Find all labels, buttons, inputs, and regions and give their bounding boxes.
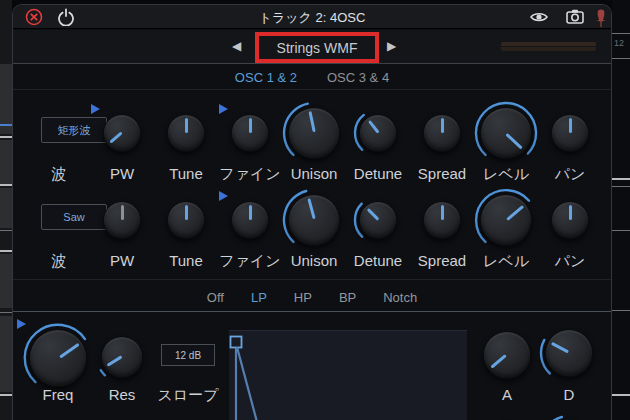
knob-pw[interactable] bbox=[95, 193, 149, 247]
window-title: トラック 2: 4OSC bbox=[13, 9, 611, 27]
preset-name[interactable]: Strings WMF bbox=[277, 40, 358, 56]
knob-body bbox=[423, 114, 461, 152]
knob-jp[interactable] bbox=[223, 106, 277, 160]
knob-body bbox=[288, 107, 340, 159]
knob-body bbox=[103, 114, 141, 152]
knob-jp[interactable] bbox=[543, 106, 597, 160]
plugin-window: トラック 2: 4OSC bbox=[12, 4, 612, 420]
preset-prev-button[interactable]: ◀ bbox=[232, 39, 241, 53]
knob-jp[interactable] bbox=[472, 186, 540, 254]
background-timeline-strip-right: 12 bbox=[612, 0, 630, 420]
tab-osc-1-2[interactable]: OSC 1 & 2 bbox=[235, 70, 297, 85]
knob-body bbox=[167, 114, 205, 152]
envelope-display[interactable] bbox=[229, 330, 467, 420]
knob-spread[interactable] bbox=[415, 106, 469, 160]
knob-pointer bbox=[308, 111, 315, 132]
knob-label-jp: パン bbox=[530, 165, 610, 184]
knob-detune[interactable] bbox=[351, 193, 405, 247]
knob-tune[interactable] bbox=[159, 106, 213, 160]
knob-pointer bbox=[366, 208, 379, 221]
modulation-marker-icon bbox=[17, 319, 26, 329]
osc-tab-bar: OSC 1 & 2 OSC 3 & 4 bbox=[13, 65, 611, 90]
knob-pointer bbox=[121, 205, 124, 220]
modulation-marker-icon bbox=[219, 104, 228, 114]
osc2-wave-label: 波 bbox=[39, 252, 79, 271]
knob-pointer bbox=[249, 205, 252, 220]
knob-body bbox=[423, 201, 461, 239]
knob-body bbox=[231, 114, 269, 152]
knob-pointer bbox=[185, 118, 188, 133]
knob-label-d: D bbox=[529, 386, 609, 403]
knob-pointer bbox=[307, 198, 315, 219]
knob-unison[interactable] bbox=[280, 186, 348, 254]
knob-pointer bbox=[569, 205, 572, 220]
knob-pw[interactable] bbox=[95, 106, 149, 160]
knob-pointer bbox=[368, 120, 380, 134]
knob-jp[interactable] bbox=[472, 99, 540, 167]
knob-d[interactable] bbox=[537, 321, 601, 385]
knob-jp[interactable] bbox=[543, 193, 597, 247]
knob-a[interactable] bbox=[475, 323, 539, 387]
envelope-attack-handle bbox=[231, 337, 242, 348]
camera-icon[interactable] bbox=[565, 8, 583, 26]
knob-pointer bbox=[569, 118, 572, 133]
knob-freq[interactable] bbox=[21, 321, 95, 395]
filter-mode-lp[interactable]: LP bbox=[251, 290, 267, 305]
knob-pointer bbox=[441, 118, 444, 133]
filter-mode-bar: OffLPHPBPNotch bbox=[13, 286, 611, 308]
osc1-wave-label: 波 bbox=[39, 165, 79, 184]
knob-pointer bbox=[551, 342, 569, 354]
knob-label-jp: パン bbox=[530, 252, 610, 271]
tab-osc-3-4[interactable]: OSC 3 & 4 bbox=[327, 70, 389, 85]
knob-pointer bbox=[491, 354, 508, 369]
knob-pointer bbox=[107, 356, 123, 367]
knob-jp[interactable] bbox=[475, 414, 539, 420]
knob-pointer bbox=[441, 205, 444, 220]
knob-body bbox=[288, 194, 340, 246]
knob-body bbox=[480, 194, 532, 246]
filter-slope-button[interactable]: 12 dB bbox=[161, 344, 215, 366]
ruler-label: 12 bbox=[614, 38, 624, 48]
knob-spread[interactable] bbox=[415, 193, 469, 247]
knob-jp[interactable] bbox=[17, 416, 75, 420]
knob-pointer bbox=[506, 205, 524, 221]
knob-body bbox=[101, 336, 143, 378]
filter-mode-notch[interactable]: Notch bbox=[383, 290, 417, 305]
level-meter bbox=[501, 42, 596, 51]
background-track-strip-left bbox=[0, 0, 12, 420]
modulation-marker-icon bbox=[219, 191, 228, 201]
knob-pointer bbox=[185, 205, 188, 220]
filter-mode-hp[interactable]: HP bbox=[294, 290, 312, 305]
pin-icon[interactable] bbox=[593, 8, 611, 26]
knob-detune[interactable] bbox=[351, 106, 405, 160]
preset-next-button[interactable]: ▶ bbox=[387, 39, 396, 53]
filter-mode-off[interactable]: Off bbox=[207, 290, 224, 305]
knob-tune[interactable] bbox=[159, 193, 213, 247]
knob-body bbox=[167, 201, 205, 239]
knob-pointer bbox=[110, 132, 123, 144]
knob-pointer bbox=[249, 118, 252, 133]
annotation-rectangle: Strings WMF bbox=[255, 32, 379, 63]
knob-body bbox=[545, 329, 593, 377]
knob-body bbox=[103, 201, 141, 239]
knob-unison[interactable] bbox=[280, 99, 348, 167]
knob-body bbox=[480, 107, 532, 159]
preset-row: ◀ Strings WMF ▶ bbox=[13, 30, 611, 64]
knob-res[interactable] bbox=[93, 328, 151, 386]
knob-body bbox=[359, 201, 397, 239]
knob-jp[interactable] bbox=[223, 193, 277, 247]
slope-label: スロープ bbox=[148, 386, 228, 405]
knob-body bbox=[231, 201, 269, 239]
divider bbox=[13, 311, 611, 312]
knob-body bbox=[359, 114, 397, 152]
knob-body bbox=[483, 331, 531, 379]
eye-icon[interactable] bbox=[529, 8, 547, 26]
knob-pointer bbox=[59, 342, 80, 358]
modulation-marker-icon bbox=[91, 104, 100, 114]
filter-mode-bp[interactable]: BP bbox=[339, 290, 356, 305]
plugin-titlebar: トラック 2: 4OSC bbox=[13, 5, 611, 29]
knob-body bbox=[551, 201, 589, 239]
knob-pointer bbox=[506, 133, 523, 149]
knob-jp[interactable] bbox=[537, 412, 601, 420]
knob-body bbox=[29, 329, 87, 387]
